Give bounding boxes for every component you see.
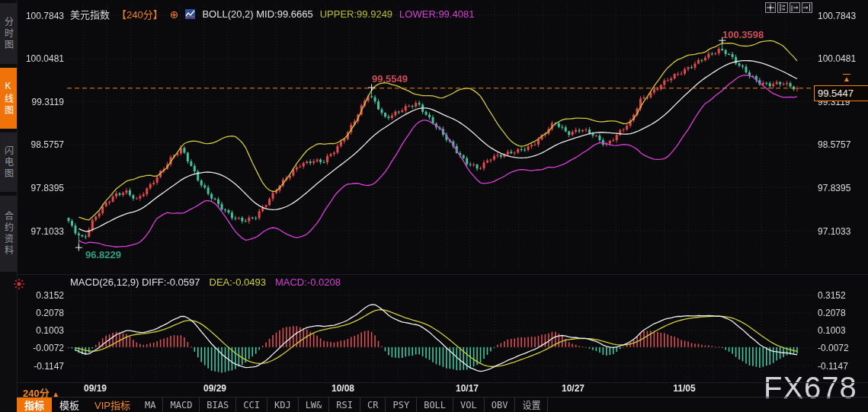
axis-label: 97.1033 (818, 226, 850, 237)
axis-label: 100.7843 (12, 11, 64, 21)
chart-type-icon[interactable] (185, 9, 195, 19)
axis-label: 0.2078 (818, 308, 846, 318)
date-label: 10/08 (319, 383, 367, 394)
macd-dea-readout: DEA:-0.0493 (210, 276, 266, 288)
toolbar-item-RSI[interactable]: RSI (329, 398, 360, 412)
y-axis-scale-icon[interactable] (777, 2, 788, 13)
scroll-right-icon[interactable] (802, 2, 812, 13)
date-label: 09/29 (191, 383, 239, 394)
swing-low-label: 96.8229 (85, 249, 121, 260)
indicator-toolbar: 指标模板VIP指标MAMACDBIASCCIKDJLW&RSICRPSYBOLL… (17, 398, 548, 412)
axis-label: -0.1147 (818, 361, 848, 372)
axis-label: -0.0072 (12, 343, 64, 353)
toolbar-item-BIAS[interactable]: BIAS (200, 398, 236, 412)
pane-divider (17, 274, 868, 275)
axis-label: 0.3152 (12, 290, 64, 301)
watermark: FX678 (764, 371, 857, 405)
macd-value-readout: MACD:-0.0208 (275, 276, 341, 288)
toolbar-item-VIP指标[interactable]: VIP指标 (87, 398, 138, 412)
macd-diff-readout: MACD(26,12,9) DIFF:-0.0597 (70, 276, 200, 288)
axis-label: 98.5757 (818, 139, 850, 150)
toolbar-item-OBV[interactable]: OBV (485, 398, 516, 412)
swing-high2-label: 100.3598 (722, 29, 764, 40)
symbol-name: 美元指数 (70, 7, 110, 21)
boll-upper-readout: UPPER:99.9249 (320, 8, 392, 20)
trading-app-window: 分时图K线图闪电图合约资料 美元指数 【240分】 ⊕ BOLL(20,2) M… (0, 0, 868, 412)
price-anchor-icon[interactable]: ▲ (843, 74, 850, 83)
toolbar-item-MACD[interactable]: MACD (163, 398, 200, 412)
date-label: 10/27 (549, 383, 597, 394)
axis-label: 97.8395 (12, 183, 64, 193)
boll-lower-readout: LOWER:99.4081 (399, 8, 474, 20)
macd-header: MACD(26,12,9) DIFF:-0.0597 DEA:-0.0493 M… (70, 276, 341, 288)
toolbar-item-CCI[interactable]: CCI (236, 398, 267, 412)
current-price-box: 99.5447 (814, 85, 868, 101)
toolbar-item-模板[interactable]: 模板 (52, 398, 87, 412)
toolbar-item-设置[interactable]: 设置 (515, 398, 548, 412)
chart-tools (765, 2, 812, 13)
date-label: 09/19 (71, 383, 120, 394)
date-label: 11/05 (660, 383, 709, 394)
axis-label: 97.8395 (818, 183, 850, 193)
toolbar-item-BOLL[interactable]: BOLL (417, 398, 453, 412)
crosshair-icon[interactable] (765, 2, 776, 13)
sidebar-item-3[interactable]: 闪电图 (0, 133, 17, 192)
axis-label: 0.1003 (818, 325, 846, 336)
axis-label: 97.1033 (12, 226, 64, 237)
toolbar-item-LW&[interactable]: LW& (299, 398, 330, 412)
toolbar-item-指标[interactable]: 指标 (17, 398, 52, 412)
axis-label: 100.0481 (818, 53, 856, 64)
axis-label: 0.2078 (12, 308, 64, 318)
add-indicator-icon[interactable]: ⊕ (170, 10, 179, 19)
toolbar-item-VOL[interactable]: VOL (453, 398, 485, 412)
axis-label: 100.0481 (12, 53, 64, 64)
swing-high-label: 99.5549 (372, 73, 408, 85)
chart-type-sidebar: 分时图K线图闪电图合约资料 (0, 0, 18, 412)
toolbar-item-PSY[interactable]: PSY (386, 398, 417, 412)
axis-label: 99.3119 (12, 97, 64, 107)
axis-label: 0.3152 (818, 290, 846, 301)
main-chart-canvas[interactable] (0, 0, 868, 412)
period-tag[interactable]: 【240分】 (117, 7, 163, 21)
x-axis-scale-icon[interactable] (790, 2, 800, 13)
alert-blinker-icon[interactable] (13, 278, 25, 290)
boll-mid-readout: BOLL(20,2) MID:99.6665 (202, 8, 312, 20)
sidebar-item-1[interactable]: 分时图 (0, 3, 17, 64)
sidebar-item-2[interactable]: K线图 (0, 68, 17, 129)
toolbar-item-CR[interactable]: CR (360, 398, 386, 412)
toolbar-item-MA[interactable]: MA (138, 398, 163, 412)
axis-label: -0.1147 (12, 361, 64, 372)
date-label: 10/17 (443, 383, 492, 394)
axis-label: 100.7843 (818, 11, 856, 21)
axis-label: 0.1003 (12, 325, 64, 336)
chart-header: 美元指数 【240分】 ⊕ BOLL(20,2) MID:99.6665 UPP… (70, 7, 474, 21)
axis-label: 98.5757 (12, 139, 64, 150)
toolbar-item-KDJ[interactable]: KDJ (267, 398, 299, 412)
axis-label: -0.0072 (818, 343, 849, 353)
sidebar-item-4[interactable]: 合约资料 (0, 196, 17, 272)
